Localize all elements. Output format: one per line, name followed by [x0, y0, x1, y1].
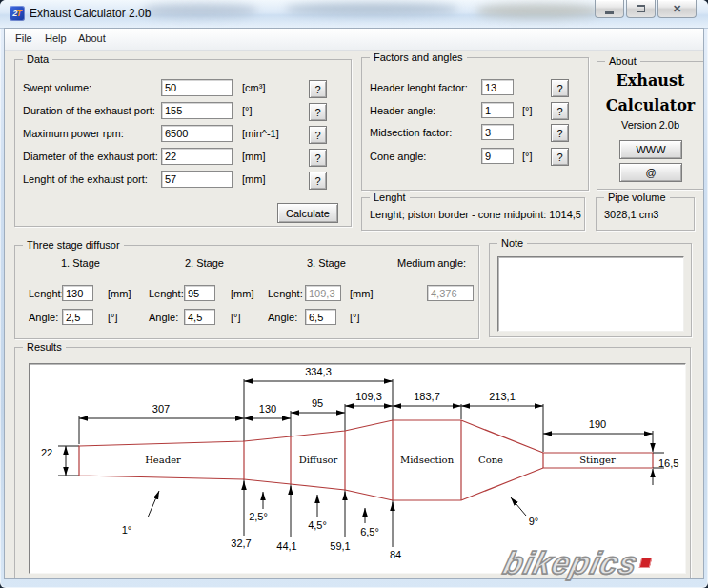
dia-stage1: 44,1	[276, 540, 296, 552]
close-icon: ✕	[673, 4, 681, 14]
stage2-angle-unit: [°]	[231, 310, 241, 325]
help-button[interactable]: ?	[551, 148, 569, 166]
length-result-text: Lenght; piston border - cone midpoint: 1…	[370, 207, 581, 222]
medium-angle-input[interactable]	[427, 285, 474, 301]
dim-inlet-diameter: 22	[41, 447, 52, 458]
diffusor-group-caption: Three stage diffusor	[23, 238, 124, 252]
help-button[interactable]: ?	[551, 124, 569, 142]
glass-reflection	[476, 4, 600, 18]
note-group: Note	[489, 243, 692, 337]
cone-angle-label: Cone angle:	[370, 149, 426, 164]
title-bar[interactable]: 2T Exhaust Calculator 2.0b ✕	[0, 0, 708, 29]
rpm-input[interactable]	[161, 125, 233, 142]
port-diameter-unit: [mm]	[242, 149, 265, 164]
dim-stinger-length: 190	[589, 418, 606, 430]
stage3-angle-input[interactable]	[305, 309, 336, 325]
help-button[interactable]: ?	[309, 172, 327, 190]
stage3-header: 3. Stage	[307, 255, 346, 271]
port-diameter-input[interactable]	[161, 148, 233, 165]
dim-header-length: 307	[152, 403, 170, 415]
stage3-angle-unit: [°]	[350, 310, 360, 325]
header-length-factor-label: Header lenght factor:	[370, 80, 468, 95]
app-name-line2: Calculator	[597, 96, 703, 114]
menu-about[interactable]: About	[73, 31, 111, 45]
stage2-length-input[interactable]	[184, 285, 215, 301]
length-group-caption: Lenght	[370, 191, 410, 204]
results-group: Results	[14, 347, 691, 579]
swept-volume-unit: [cm³]	[242, 80, 265, 95]
dim-cone-length: 213,1	[489, 391, 516, 402]
menu-bar: File Help About	[5, 29, 703, 51]
email-button[interactable]: @	[619, 163, 682, 182]
help-button[interactable]: ?	[309, 126, 327, 144]
angle-stage1: 2,5°	[249, 511, 268, 522]
label-stinger: Stinger	[579, 455, 616, 465]
factors-group-caption: Factors and angles	[370, 51, 467, 64]
stage1-length-input[interactable]	[62, 285, 93, 301]
rpm-unit: [min^-1]	[242, 126, 279, 141]
window-title: Exhaust Calculator 2.0b	[30, 7, 151, 20]
pipe-volume-group: Pipe volume 3028,1 cm3	[596, 197, 695, 231]
results-canvas: 307 130 95 109,3 334,3 183,7 213,1 190 2…	[29, 363, 686, 574]
dim-midsection-length: 183,7	[414, 391, 440, 402]
angle-header: 1°	[122, 524, 132, 536]
data-group: Data Swept volume: [cm³] ? Duration of t…	[14, 59, 352, 227]
www-button[interactable]: WWW	[619, 140, 682, 159]
stage2-angle-input[interactable]	[184, 309, 215, 325]
help-button[interactable]: ?	[309, 149, 327, 167]
minimize-button[interactable]	[595, 0, 624, 18]
header-angle-input[interactable]	[481, 102, 514, 118]
stage1-angle-input[interactable]	[62, 309, 93, 325]
port-length-unit: [mm]	[242, 172, 265, 187]
stage2-header: 2. Stage	[185, 255, 224, 271]
header-angle-unit: [°]	[522, 103, 533, 118]
stage3-length-label: Lenght:	[268, 286, 303, 301]
stage1-angle-unit: [°]	[108, 310, 118, 325]
dim-stinger-diameter: 16,5	[658, 457, 678, 469]
dim-stage3-length: 109,3	[355, 391, 382, 402]
help-button[interactable]: ?	[551, 102, 569, 120]
client-area: File Help About Data Swept volume: [cm³]…	[4, 28, 704, 579]
stage3-length-unit: [mm]	[350, 286, 373, 301]
dia-stage3: 84	[390, 549, 401, 560]
diffusor-group: Three stage diffusor 1. Stage 2. Stage 3…	[14, 245, 479, 339]
stage1-angle-label: Angle:	[29, 310, 58, 325]
calculate-button[interactable]: Calculate	[277, 203, 338, 223]
maximize-button[interactable]	[626, 0, 656, 18]
menu-file[interactable]: File	[10, 31, 37, 45]
app-window: 2T Exhaust Calculator 2.0b ✕ File Help A…	[0, 0, 708, 588]
stage3-length-input[interactable]	[305, 285, 341, 301]
menu-help[interactable]: Help	[40, 31, 71, 45]
header-length-factor-input[interactable]	[481, 79, 514, 95]
duration-label: Duration of the exhaust port:	[23, 103, 155, 118]
about-group: About Exhaust Calculator Version 2.0b WW…	[597, 61, 704, 190]
swept-volume-input[interactable]	[161, 79, 233, 96]
close-button[interactable]: ✕	[657, 0, 697, 18]
help-button[interactable]: ?	[309, 103, 327, 121]
note-textarea[interactable]	[497, 256, 684, 332]
data-group-caption: Data	[23, 52, 52, 66]
results-group-caption: Results	[23, 340, 66, 354]
length-group: Lenght Lenght; piston border - cone midp…	[361, 197, 585, 231]
angle-cone: 9°	[529, 516, 539, 527]
duration-input[interactable]	[161, 102, 233, 119]
stage2-length-label: Lenght:	[149, 286, 184, 301]
port-length-label: Lenght of the exhaust port:	[23, 172, 148, 187]
stage1-header: 1. Stage	[61, 255, 100, 271]
app-icon-t: T	[16, 9, 22, 18]
help-button[interactable]: ?	[309, 80, 327, 98]
midsection-factor-input[interactable]	[481, 124, 514, 140]
screen: 2T Exhaust Calculator 2.0b ✕ File Help A…	[0, 0, 708, 588]
midsection-factor-label: Midsection factor:	[370, 125, 452, 140]
cone-angle-input[interactable]	[481, 148, 514, 164]
help-button[interactable]: ?	[551, 79, 569, 97]
dia-stage2: 59,1	[330, 540, 350, 552]
port-length-input[interactable]	[161, 171, 233, 188]
dim-stage2-length: 95	[312, 397, 323, 409]
pipe-volume-value: 3028,1 cm3	[604, 207, 658, 222]
duration-unit: [°]	[242, 103, 253, 118]
window-controls: ✕	[595, 0, 697, 18]
note-group-caption: Note	[497, 236, 527, 250]
header-angle-label: Header angle:	[370, 103, 435, 118]
app-icon: 2T	[10, 6, 25, 21]
